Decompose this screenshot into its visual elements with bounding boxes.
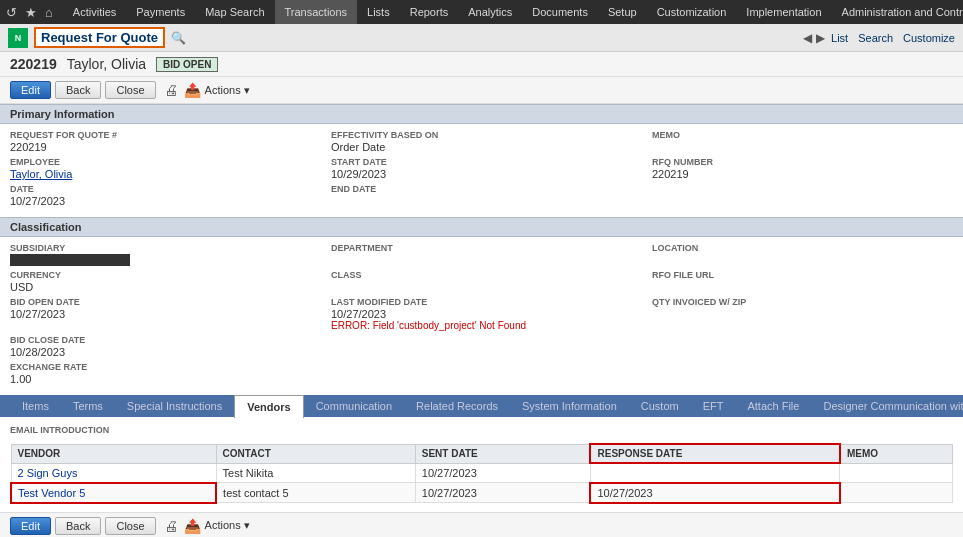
primary-info-section: REQUEST FOR QUOTE # 220219 EFFECTIVITY B… [0, 124, 963, 217]
home-icon[interactable]: ⌂ [45, 5, 53, 20]
nav-item-administration[interactable]: Administration and Controls [832, 0, 963, 24]
nav-item-activities[interactable]: Activities [63, 0, 126, 24]
employee-value[interactable]: Taylor, Olivia [10, 168, 311, 180]
vendor-1-response-date [590, 463, 839, 483]
header-links: List Search Customize [831, 32, 955, 44]
nav-item-setup[interactable]: Setup [598, 0, 647, 24]
tab-designer-communication[interactable]: Designer Communication with AE [811, 395, 963, 417]
customize-link[interactable]: Customize [903, 32, 955, 44]
vendor-2-contact: test contact 5 [216, 483, 415, 503]
tab-custom[interactable]: Custom [629, 395, 691, 417]
tab-system-information[interactable]: System Information [510, 395, 629, 417]
nav-item-reports[interactable]: Reports [400, 0, 459, 24]
tab-attach-file[interactable]: Attach File [735, 395, 811, 417]
vendor-2-response-date: 10/27/2023 [590, 483, 839, 503]
top-navigation: ↺ ★ ⌂ Activities Payments Map Search Tra… [0, 0, 963, 24]
quick-nav-icons: ↺ ★ ⌂ [6, 5, 53, 20]
rfq-number-field: REQUEST FOR QUOTE # 220219 [10, 130, 311, 153]
nav-item-documents[interactable]: Documents [522, 0, 598, 24]
bid-open-date-value: 10/27/2023 [10, 308, 311, 320]
tab-vendors[interactable]: Vendors [234, 395, 303, 418]
vendor-2-memo [840, 483, 953, 503]
contact-col-header: CONTACT [216, 444, 415, 463]
effectivity-field: EFFECTIVITY BASED ON Order Date [331, 130, 632, 153]
main-content: Primary Information REQUEST FOR QUOTE # … [0, 104, 963, 512]
rfq-number-2-label: RFQ NUMBER [652, 157, 953, 167]
bid-open-date-field: BID OPEN DATE 10/27/2023 [10, 297, 311, 331]
bottom-send-icon[interactable]: 📤 [184, 518, 201, 534]
currency-value: USD [10, 281, 311, 293]
date-field: DATE 10/27/2023 [10, 184, 311, 207]
tab-related-records[interactable]: Related Records [404, 395, 510, 417]
bottom-print-icon[interactable]: 🖨 [164, 518, 178, 534]
tab-items[interactable]: Items [10, 395, 61, 417]
nav-item-transactions[interactable]: Transactions [275, 0, 358, 24]
tab-communication[interactable]: Communication [304, 395, 404, 417]
rfq-number-label: REQUEST FOR QUOTE # [10, 130, 311, 140]
bid-close-date-label: BID CLOSE DATE [10, 335, 311, 345]
nav-item-lists[interactable]: Lists [357, 0, 400, 24]
exchange-rate-field: EXCHANGE RATE 1.00 [10, 362, 311, 385]
bottom-action-bar: Edit Back Close 🖨 📤 Actions ▾ [0, 512, 963, 538]
tab-terms[interactable]: Terms [61, 395, 115, 417]
vendor-1-memo [840, 463, 953, 483]
bid-close-date-value: 10/28/2023 [10, 346, 311, 358]
end-date-label: END DATE [331, 184, 632, 194]
close-button[interactable]: Close [105, 81, 155, 99]
search-link[interactable]: Search [858, 32, 893, 44]
bottom-actions-dropdown[interactable]: Actions ▾ [205, 519, 250, 532]
classification-section: SUBSIDIARY DEPARTMENT LOCATION CURRENCY … [0, 237, 963, 395]
nav-item-implementation[interactable]: Implementation [736, 0, 831, 24]
nav-item-analytics[interactable]: Analytics [458, 0, 522, 24]
send-icon[interactable]: 📤 [184, 82, 201, 98]
memo-label: MEMO [652, 130, 953, 140]
bid-open-date-label: BID OPEN DATE [10, 297, 311, 307]
start-date-label: START DATE [331, 157, 632, 167]
effectivity-value: Order Date [331, 141, 632, 153]
action-icons: 🖨 📤 [164, 82, 201, 98]
vendor-1-name[interactable]: 2 Sign Guys [11, 463, 216, 483]
department-field: DEPARTMENT [331, 243, 632, 266]
tab-special-instructions[interactable]: Special Instructions [115, 395, 234, 417]
class-label: CLASS [331, 270, 632, 280]
bid-close-date-field: BID CLOSE DATE 10/28/2023 [10, 335, 311, 358]
bottom-back-button[interactable]: Back [55, 517, 101, 535]
record-header: 220219 Taylor, Olivia BID OPEN [0, 52, 963, 77]
sent-date-col-header: SENT DATE [415, 444, 590, 463]
rfo-file-field: RFO FILE URL [652, 270, 953, 293]
vendor-1-contact: Test Nikita [216, 463, 415, 483]
date-value: 10/27/2023 [10, 195, 311, 207]
header-search-icon[interactable]: 🔍 [171, 31, 186, 45]
last-modified-label: LAST MODIFIED DATE [331, 297, 632, 307]
refresh-icon[interactable]: ↺ [6, 5, 17, 20]
main-nav-items: Activities Payments Map Search Transacti… [63, 0, 963, 24]
edit-button[interactable]: Edit [10, 81, 51, 99]
currency-label: CURRENCY [10, 270, 311, 280]
back-button[interactable]: Back [55, 81, 101, 99]
subsidiary-field: SUBSIDIARY [10, 243, 311, 266]
location-field: LOCATION [652, 243, 953, 266]
nav-item-customization[interactable]: Customization [647, 0, 737, 24]
tab-eft[interactable]: EFT [691, 395, 736, 417]
email-intro-label: EMAIL INTRODUCTION [10, 425, 953, 435]
employee-label: EMPLOYEE [10, 157, 311, 167]
favorites-icon[interactable]: ★ [25, 5, 37, 20]
effectivity-label: EFFECTIVITY BASED ON [331, 130, 632, 140]
vendor-2-name[interactable]: Test Vendor 5 [11, 483, 216, 503]
nav-item-payments[interactable]: Payments [126, 0, 195, 24]
bottom-close-button[interactable]: Close [105, 517, 155, 535]
rfo-file-label: RFO FILE URL [652, 270, 953, 280]
actions-dropdown[interactable]: Actions ▾ [205, 84, 250, 97]
print-icon[interactable]: 🖨 [164, 82, 178, 98]
qty-invoiced-label: QTY INVOICED W/ ZIP [652, 297, 953, 307]
header-bar: N Request For Quote 🔍 ◀ ▶ List Search Cu… [0, 24, 963, 52]
bottom-edit-button[interactable]: Edit [10, 517, 51, 535]
next-record-arrow[interactable]: ▶ [816, 31, 825, 45]
nav-item-map-search[interactable]: Map Search [195, 0, 274, 24]
vendor-row-2: Test Vendor 5 test contact 5 10/27/2023 … [11, 483, 953, 503]
last-modified-error: ERROR: Field 'custbody_project' Not Foun… [331, 320, 632, 331]
prev-record-arrow[interactable]: ◀ [803, 31, 812, 45]
action-bar: Edit Back Close 🖨 📤 Actions ▾ [0, 77, 963, 104]
exchange-rate-label: EXCHANGE RATE [10, 362, 311, 372]
list-link[interactable]: List [831, 32, 848, 44]
